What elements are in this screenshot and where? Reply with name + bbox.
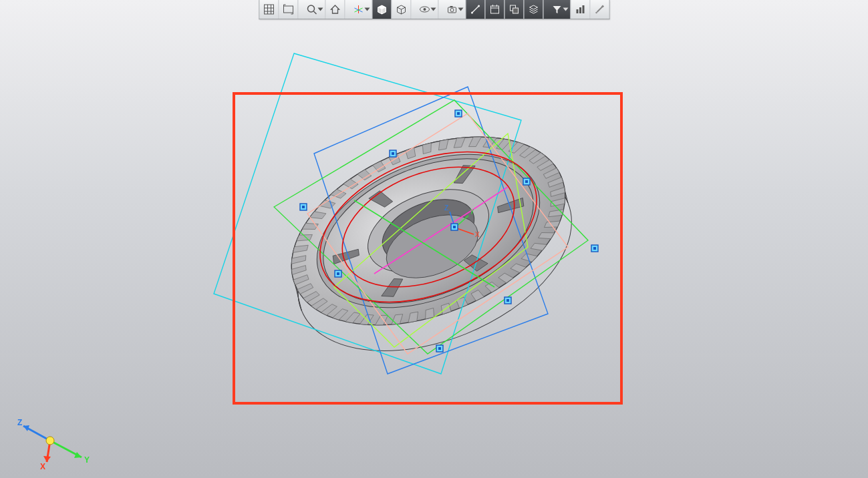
svg-text:X: X (475, 231, 480, 238)
svg-rect-70 (457, 112, 460, 115)
svg-rect-72 (525, 180, 528, 183)
svg-rect-82 (302, 206, 305, 208)
datum-point[interactable] (335, 270, 341, 277)
cad-viewport[interactable]: XYZ Z X Y (0, 0, 868, 478)
svg-line-94 (313, 11, 316, 14)
svg-point-93 (307, 5, 314, 12)
filter-icon[interactable] (543, 0, 571, 19)
grid-icon[interactable] (259, 0, 279, 19)
svg-rect-120 (579, 7, 581, 13)
view-toolbar (259, 0, 609, 19)
svg-rect-92 (283, 6, 293, 13)
datum-point[interactable] (451, 224, 458, 230)
camera-icon[interactable] (438, 0, 466, 19)
svg-marker-95 (331, 5, 339, 13)
svg-point-110 (478, 5, 480, 7)
calendar-icon[interactable] (485, 0, 504, 19)
home-view-icon[interactable] (325, 0, 345, 19)
svg-text:Y: Y (470, 208, 474, 216)
svg-rect-76 (507, 299, 509, 302)
analysis-icon[interactable] (571, 0, 590, 19)
svg-point-109 (471, 12, 473, 14)
svg-point-104 (423, 8, 426, 11)
zoom-icon[interactable] (298, 0, 325, 19)
svg-marker-118 (553, 6, 561, 13)
insert-icon[interactable] (504, 0, 524, 19)
datum-point[interactable] (436, 345, 443, 352)
svg-rect-86 (453, 226, 456, 228)
fit-view-icon[interactable] (279, 0, 298, 19)
svg-rect-78 (438, 347, 441, 350)
gear-model[interactable] (264, 100, 599, 388)
svg-rect-121 (582, 5, 584, 13)
svg-rect-111 (490, 6, 498, 13)
svg-rect-84 (392, 152, 394, 155)
datum-point[interactable] (523, 178, 530, 185)
svg-rect-80 (337, 272, 339, 275)
svg-line-122 (597, 7, 602, 12)
axis-toggle-icon[interactable] (345, 0, 372, 19)
svg-point-106 (450, 9, 454, 12)
svg-rect-107 (450, 6, 452, 7)
model-scene[interactable]: XYZ (0, 0, 868, 478)
visibility-icon[interactable] (411, 0, 438, 19)
svg-text:Z: Z (444, 204, 448, 212)
svg-marker-117 (529, 5, 537, 9)
svg-rect-74 (593, 247, 596, 250)
datum-point[interactable] (300, 204, 307, 210)
datum-point[interactable] (504, 297, 511, 304)
svg-rect-87 (264, 5, 273, 14)
shaded-cube-icon[interactable] (372, 0, 392, 19)
measure-icon[interactable] (466, 0, 485, 19)
eyedropper-icon[interactable] (590, 0, 609, 19)
layers-icon[interactable] (524, 0, 543, 19)
datum-point[interactable] (591, 245, 598, 252)
svg-rect-119 (576, 9, 578, 13)
svg-rect-116 (513, 8, 518, 13)
svg-point-124 (595, 12, 597, 13)
datum-point[interactable] (390, 150, 396, 157)
wireframe-cube-icon[interactable] (392, 0, 411, 19)
datum-point[interactable] (455, 110, 462, 117)
